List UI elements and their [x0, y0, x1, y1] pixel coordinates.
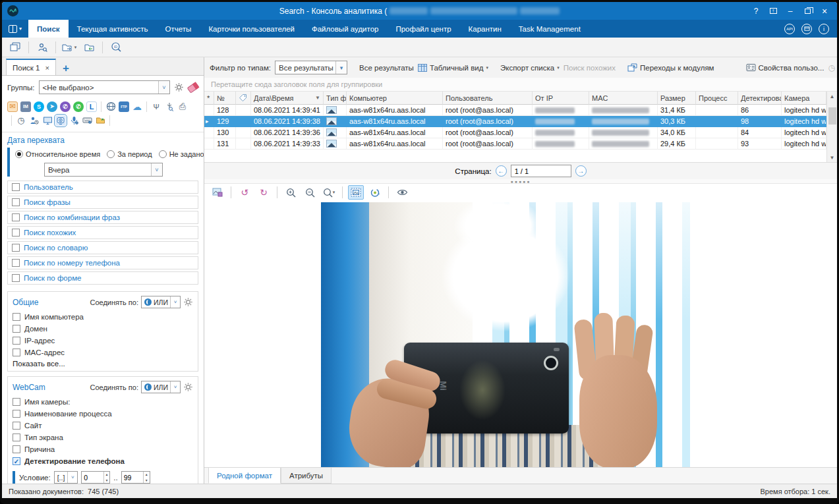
- webcam-join-select[interactable]: ИЛИ ˅: [141, 381, 181, 393]
- shared-folder-icon[interactable]: [95, 115, 105, 126]
- show-all-link[interactable]: Показать все...: [13, 360, 193, 368]
- user-activity-icon[interactable]: [29, 115, 40, 126]
- splitter-handle[interactable]: ●●●●●: [204, 179, 837, 184]
- condition-to-input[interactable]: [122, 472, 143, 483]
- scroll-up-icon[interactable]: ▲: [830, 92, 835, 101]
- tab-attributes[interactable]: Атрибуты: [281, 468, 332, 484]
- col-header-computer[interactable]: Компьютер: [347, 92, 443, 105]
- col-header-from-ip[interactable]: От IP: [533, 92, 589, 105]
- lync-icon[interactable]: L: [86, 101, 97, 112]
- whatsapp-icon[interactable]: ✆: [73, 101, 84, 112]
- radio-for-period[interactable]: За период: [107, 150, 152, 158]
- filter-phrase-search[interactable]: Поиск фразы: [7, 196, 198, 209]
- chevron-down-icon[interactable]: ˅: [158, 81, 169, 94]
- col-header-user[interactable]: Пользователь: [443, 92, 533, 105]
- clock-icon[interactable]: ◷: [16, 115, 26, 126]
- checkbox[interactable]: [12, 183, 20, 191]
- condition-from-stepper[interactable]: ▲▼: [81, 471, 110, 484]
- chevron-down-icon[interactable]: ˅: [151, 163, 162, 176]
- checkbox[interactable]: [12, 259, 20, 267]
- tab-profile-center[interactable]: Профайл центр: [387, 20, 459, 38]
- filter-user[interactable]: Пользователь: [7, 181, 198, 194]
- windows-layout-button[interactable]: [7, 40, 24, 55]
- printer-icon[interactable]: ⎙: [177, 101, 188, 112]
- checkbox[interactable]: [13, 445, 20, 453]
- close-button[interactable]: ×: [817, 5, 832, 17]
- common-domain[interactable]: Домен: [13, 323, 193, 335]
- checkbox[interactable]: [13, 434, 20, 441]
- gear-icon[interactable]: [183, 297, 193, 307]
- webcam-icon[interactable]: [55, 115, 66, 126]
- checkbox-checked[interactable]: ✓: [13, 457, 20, 465]
- help-button[interactable]: ?: [749, 5, 763, 17]
- checkbox[interactable]: [13, 410, 20, 418]
- minimize-button[interactable]: –: [783, 5, 797, 17]
- user-search-button[interactable]: [34, 40, 51, 55]
- pin-window-button[interactable]: ↑: [766, 5, 780, 17]
- tab-task-management[interactable]: Task Management: [510, 20, 589, 38]
- checkbox[interactable]: [13, 349, 20, 356]
- checkbox[interactable]: [12, 229, 20, 237]
- zoom-out-button[interactable]: [302, 185, 318, 200]
- chevron-down-icon[interactable]: ˅: [170, 381, 180, 393]
- common-ip-address[interactable]: IP-адрес: [13, 335, 193, 347]
- export-list-button[interactable]: Экспорт списка ▾: [500, 64, 560, 72]
- webcam-site[interactable]: Сайт: [13, 420, 193, 432]
- eye-icon[interactable]: [394, 185, 410, 200]
- gear-icon[interactable]: [174, 82, 184, 92]
- col-header-star[interactable]: *: [204, 92, 214, 105]
- tab-file-auditor[interactable]: Файловый аудитор: [303, 20, 388, 38]
- col-header-process[interactable]: Процесс: [696, 92, 738, 105]
- condition-operator-select[interactable]: [..] ˅: [54, 471, 78, 484]
- add-search-tab-button[interactable]: +: [56, 62, 76, 75]
- eraser-icon[interactable]: [187, 82, 200, 93]
- stepper-arrows[interactable]: ▲▼: [143, 472, 150, 483]
- checkbox[interactable]: [12, 198, 20, 206]
- zoom-menu-button[interactable]: ▾: [321, 185, 337, 200]
- common-mac-address[interactable]: MAC-адрес: [13, 347, 193, 358]
- filter-by-type-select[interactable]: Все результаты ▾: [275, 61, 347, 74]
- condition-from-input[interactable]: [82, 472, 103, 483]
- image-viewer-canvas[interactable]: Mi: [204, 201, 837, 467]
- chevron-down-icon[interactable]: ˅: [67, 472, 77, 483]
- prev-page-button[interactable]: ←: [496, 165, 507, 177]
- restore-button[interactable]: [800, 5, 815, 17]
- table-row[interactable]: 131 08.06.2021 14:39:33 aas-w81x64ru.aas…: [204, 138, 826, 150]
- ftp-icon[interactable]: FTP: [119, 101, 129, 112]
- filter-dictionary-search[interactable]: Поиск по словарю: [7, 241, 198, 254]
- checkbox[interactable]: [12, 274, 20, 282]
- gear-icon[interactable]: [183, 382, 193, 392]
- radio-relative-time[interactable]: Относительное время: [15, 150, 100, 158]
- col-header-camera[interactable]: Камера: [782, 92, 826, 105]
- save-image-button[interactable]: [210, 185, 225, 200]
- table-row[interactable]: 128 08.06.2021 14:39:41 aas-w81x64ru.aas…: [204, 105, 826, 116]
- checkbox[interactable]: [13, 313, 20, 321]
- col-header-detected[interactable]: Детектирова: [738, 92, 782, 105]
- checkbox[interactable]: [12, 244, 20, 252]
- col-header-tag[interactable]: [236, 92, 251, 105]
- checkbox[interactable]: [13, 422, 20, 430]
- sort-desc-icon[interactable]: ▼: [315, 95, 320, 101]
- filter-form-search[interactable]: Поиск по форме: [7, 271, 198, 285]
- skype-icon[interactable]: S: [34, 101, 44, 112]
- checkbox[interactable]: [13, 337, 20, 345]
- info-icon[interactable]: i: [819, 24, 829, 34]
- table-view-button[interactable]: Табличный вид ▾: [418, 64, 488, 72]
- slideshow-button[interactable]: [367, 185, 383, 200]
- filter-phone-number-search[interactable]: Поиск по номеру телефона: [7, 256, 198, 269]
- rotate-right-icon[interactable]: ↻: [256, 185, 272, 200]
- table-scrollbar[interactable]: ▲ ▼: [826, 92, 837, 162]
- all-results-button[interactable]: Все результаты: [359, 64, 414, 72]
- tab-search[interactable]: Поиск: [28, 20, 69, 38]
- checkbox[interactable]: [13, 325, 20, 333]
- webcam-reason[interactable]: Причина: [13, 443, 193, 455]
- search-tab-1[interactable]: Поиск 1 ×: [6, 59, 56, 75]
- webcam-camera-name[interactable]: Имя камеры:: [13, 396, 193, 408]
- microphone-icon[interactable]: i: [69, 115, 79, 126]
- filter-phrase-combination[interactable]: Поиск по комбинации фраз: [7, 211, 198, 224]
- go-to-modules-button[interactable]: Переходы к модулям: [627, 63, 714, 72]
- col-header-filetype[interactable]: Тип фа: [324, 92, 347, 105]
- monitor-icon[interactable]: [42, 115, 53, 126]
- user-properties-button[interactable]: Свойства пользо...: [746, 63, 825, 72]
- api-icon[interactable]: API: [784, 24, 795, 34]
